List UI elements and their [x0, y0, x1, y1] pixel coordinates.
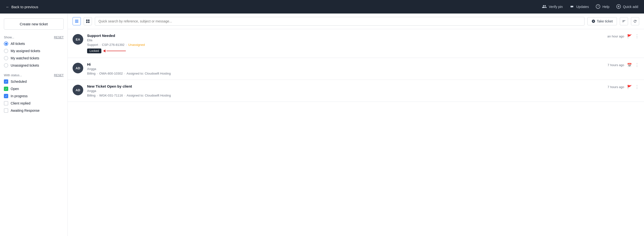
verify-pin-icon — [542, 4, 547, 10]
ticket-tags: Locked — [87, 48, 604, 53]
filter-all-tickets[interactable]: All tickets — [4, 41, 64, 46]
quick-add-icon — [616, 4, 621, 10]
grid-view-button[interactable] — [84, 17, 92, 25]
main-layout: Create new ticket Show... RESET All tick… — [0, 13, 644, 236]
help-button[interactable]: ? Help — [596, 4, 610, 10]
locked-badge: Locked — [87, 48, 101, 53]
svg-rect-9 — [88, 21, 90, 23]
verify-pin-button[interactable]: Verify pin — [542, 4, 563, 10]
svg-rect-5 — [75, 22, 78, 23]
ticket-reference: CSP-276-81392 — [102, 43, 124, 47]
filter-watched-label: My watched tickets — [11, 56, 39, 60]
updates-label: Updates — [576, 5, 589, 9]
ticket-item[interactable]: EA Support Needed Ella Support · CSP-276… — [68, 29, 644, 58]
status-section-header: With status... RESET — [4, 73, 64, 77]
ticket-reference: OWA-800-10302 — [99, 72, 123, 75]
ticket-item[interactable]: AD Hi Angga Billing · OWA-800-10302 · As… — [68, 58, 644, 80]
filter-unassigned-label: Unassigned tickets — [11, 63, 39, 67]
ticket-user: Ella — [87, 38, 604, 42]
calendar-icon: 📅 — [627, 63, 632, 67]
ticket-content: Hi Angga Billing · OWA-800-10302 · Assig… — [87, 62, 604, 75]
svg-rect-8 — [86, 21, 88, 23]
arrow-annotation — [103, 49, 126, 52]
main-content: Take ticket EA Support Needed Ella Suppo… — [68, 13, 644, 236]
radio-unassigned — [4, 63, 8, 68]
updates-icon — [570, 4, 574, 10]
ticket-time: an hour ago — [608, 34, 624, 38]
filter-all-label: All tickets — [11, 42, 25, 46]
status-client-replied[interactable]: Client replied — [4, 101, 64, 106]
status-inprogress-label: In progress — [11, 94, 28, 98]
radio-assigned — [4, 49, 8, 53]
back-button[interactable]: ← Back to previous — [6, 5, 38, 9]
sidebar: Create new ticket Show... RESET All tick… — [0, 13, 68, 236]
ticket-user: Angga — [87, 89, 604, 93]
quick-add-label: Quick add — [623, 5, 638, 9]
ticket-user: Angga — [87, 67, 604, 71]
back-label: Back to previous — [11, 5, 38, 9]
more-options-icon[interactable]: ⋮ — [635, 62, 639, 68]
svg-text:?: ? — [597, 5, 599, 8]
topnav-actions: Verify pin Updates ? Help Quick add — [542, 4, 638, 10]
ticket-right: 7 hours ago 📅 ⋮ — [608, 62, 639, 68]
help-icon: ? — [596, 4, 600, 10]
svg-rect-4 — [75, 21, 78, 22]
ticket-category: Billing — [87, 94, 96, 97]
take-ticket-button[interactable]: Take ticket — [588, 17, 617, 25]
toolbar: Take ticket — [68, 13, 644, 29]
more-options-icon[interactable]: ⋮ — [635, 33, 639, 39]
filter-assigned-label: My assigned tickets — [11, 49, 40, 53]
show-label: Show... — [4, 35, 14, 39]
ticket-meta: Support · CSP-276-81392 · Unassigned — [87, 43, 604, 47]
topnav: ← Back to previous Verify pin Updates ? … — [0, 0, 644, 13]
create-ticket-button[interactable]: Create new ticket — [4, 18, 64, 30]
avatar: EA — [72, 34, 83, 45]
ticket-title: Hi — [87, 62, 604, 66]
quick-add-button[interactable]: Quick add — [616, 4, 638, 10]
checkbox-inprogress: ✓ — [4, 94, 8, 98]
ticket-title: Support Needed — [87, 33, 604, 38]
back-arrow-icon: ← — [6, 5, 10, 9]
flag-icon: 🚩 — [627, 85, 632, 89]
ticket-assignment: Assigned to: Cloudswift Hosting — [127, 94, 171, 97]
arrow-line — [106, 51, 126, 51]
avatar: AD — [72, 85, 83, 95]
filter-unassigned[interactable]: Unassigned tickets — [4, 63, 64, 68]
help-label: Help — [602, 5, 610, 9]
ticket-title: New Ticket Open by client — [87, 84, 604, 88]
status-open[interactable]: ✓ Open — [4, 87, 64, 91]
status-label: With status... — [4, 73, 22, 77]
ticket-time: 7 hours ago — [608, 85, 624, 89]
filter-my-assigned[interactable]: My assigned tickets — [4, 49, 64, 53]
status-checkbox-group: ✓ Scheduled ✓ Open ✓ In progress Client … — [4, 79, 64, 113]
list-view-button[interactable] — [72, 17, 81, 25]
checkbox-open: ✓ — [4, 87, 8, 91]
status-scheduled[interactable]: ✓ Scheduled — [4, 79, 64, 84]
flag-icon: 🚩 — [627, 34, 632, 39]
arrow-head-icon — [103, 49, 106, 52]
ticket-item[interactable]: AD New Ticket Open by client Angga Billi… — [68, 80, 644, 102]
ticket-category: Billing — [87, 72, 96, 75]
ticket-right: an hour ago 🚩 ⋮ — [608, 33, 639, 39]
ticket-list: EA Support Needed Ella Support · CSP-276… — [68, 29, 644, 102]
ticket-meta: Billing · WGK-031-71116 · Assigned to: C… — [87, 94, 604, 97]
ticket-right: 7 hours ago 🚩 ⋮ — [608, 84, 639, 90]
show-reset-button[interactable]: RESET — [54, 36, 64, 39]
radio-watched — [4, 56, 8, 60]
refresh-button[interactable] — [631, 17, 639, 25]
status-awaiting-label: Awaiting Response — [11, 109, 40, 113]
search-input[interactable] — [95, 17, 584, 26]
sort-button[interactable] — [620, 17, 628, 25]
filter-radio-group: All tickets My assigned tickets My watch… — [4, 41, 64, 68]
filter-my-watched[interactable]: My watched tickets — [4, 56, 64, 60]
status-reset-button[interactable]: RESET — [54, 74, 64, 77]
status-inprogress[interactable]: ✓ In progress — [4, 94, 64, 98]
svg-rect-7 — [88, 19, 90, 21]
status-awaiting[interactable]: Awaiting Response — [4, 108, 64, 113]
more-options-icon[interactable]: ⋮ — [635, 84, 639, 90]
ticket-category: Support — [87, 43, 98, 47]
ticket-content: Support Needed Ella Support · CSP-276-81… — [87, 33, 604, 53]
verify-pin-label: Verify pin — [549, 5, 563, 9]
status-open-label: Open — [11, 87, 19, 91]
updates-button[interactable]: Updates — [570, 4, 589, 10]
